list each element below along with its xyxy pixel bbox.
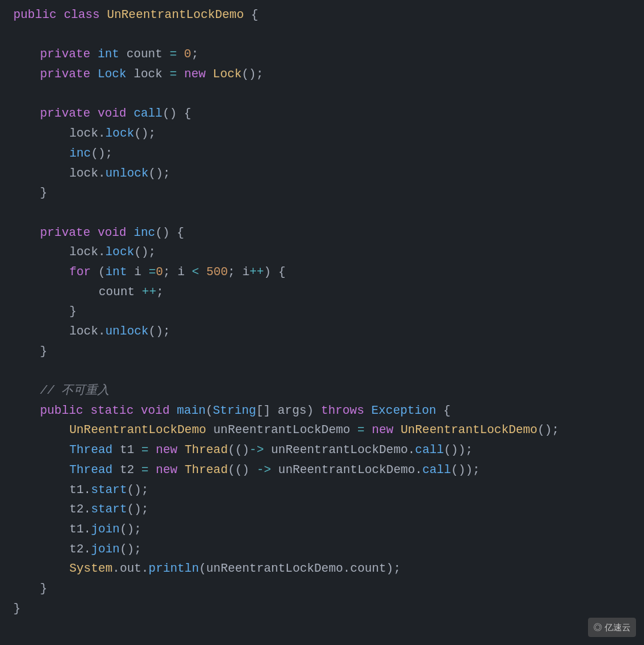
- line-11: for (int i =0; i < 500; i++) {: [11, 263, 644, 283]
- line-blank-3: [11, 203, 644, 223]
- line-6: inc();: [11, 144, 644, 164]
- line-21: t2.start();: [11, 500, 644, 520]
- line-blank-1: [11, 25, 644, 45]
- line-18: Thread t1 = new Thread(()-> unReentrantL…: [11, 440, 644, 460]
- line-17: UnReentrantLockDemo unReentrantLockDemo …: [11, 420, 644, 440]
- line-3: private Lock lock = new Lock();: [11, 65, 644, 85]
- line-26: }: [11, 599, 644, 619]
- code-editor: public class UnReentrantLockDemo { priva…: [0, 0, 644, 645]
- line-24: System.out.println(unReentrantLockDemo.c…: [11, 559, 644, 579]
- line-blank-2: [11, 85, 644, 105]
- watermark: ◎ 亿速云: [588, 618, 636, 637]
- line-12: count ++;: [11, 283, 644, 303]
- line-20: t1.start();: [11, 480, 644, 500]
- line-blank-4: [11, 361, 644, 381]
- line-4: private void call() {: [11, 104, 644, 124]
- line-8: }: [11, 183, 644, 203]
- line-9: private void inc() {: [11, 223, 644, 243]
- line-16: public static void main(String[] args) t…: [11, 401, 644, 421]
- line-5: lock.lock();: [11, 124, 644, 144]
- line-10: lock.lock();: [11, 243, 644, 263]
- line-15: }: [11, 342, 644, 362]
- line-2: private int count = 0;: [11, 45, 644, 65]
- line-13: }: [11, 302, 644, 322]
- line-1: public class UnReentrantLockDemo {: [11, 5, 644, 25]
- line-23: t2.join();: [11, 540, 644, 560]
- line-7: lock.unlock();: [11, 164, 644, 184]
- line-25: }: [11, 579, 644, 599]
- line-22: t1.join();: [11, 520, 644, 540]
- line-comment: // 不可重入: [11, 381, 644, 401]
- line-14: lock.unlock();: [11, 322, 644, 342]
- line-19: Thread t2 = new Thread(() -> unReentrant…: [11, 460, 644, 480]
